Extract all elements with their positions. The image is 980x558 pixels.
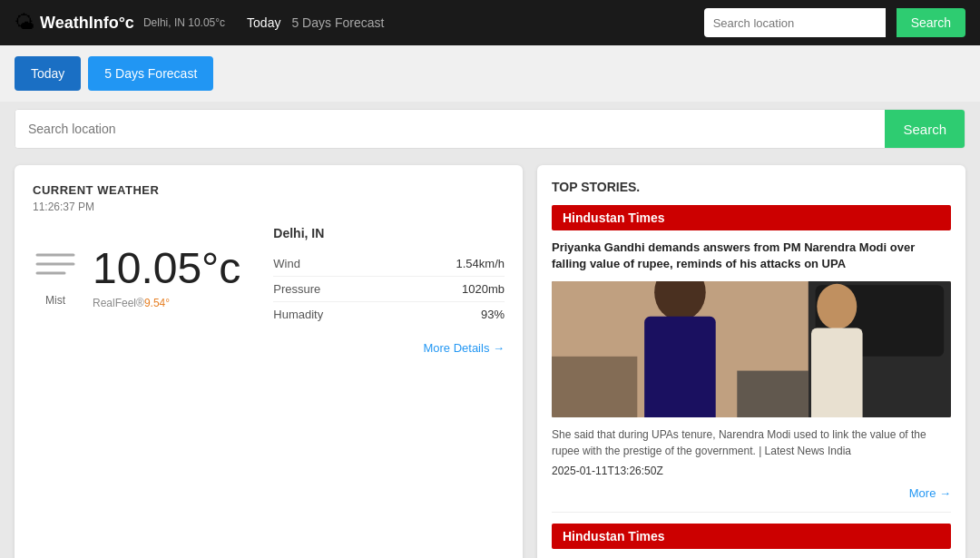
tab-today[interactable]: Today bbox=[15, 56, 81, 91]
main-content: CURRENT WEATHER 11:26:37 PM Mist 10.05°c… bbox=[0, 156, 980, 558]
search-bar-button[interactable]: Search bbox=[885, 110, 965, 148]
story-1-more: More → bbox=[552, 485, 951, 501]
story-image-placeholder bbox=[552, 281, 951, 417]
tab-forecast[interactable]: 5 Days Forecast bbox=[88, 56, 213, 91]
story-1-date: 2025-01-11T13:26:50Z bbox=[552, 465, 951, 477]
svg-point-9 bbox=[817, 284, 857, 329]
story-1-source: Hindustan Times bbox=[552, 205, 951, 230]
svg-rect-8 bbox=[644, 317, 716, 417]
brand: 🌤 WeathInfo°c Delhi, IN 10.05°c bbox=[15, 11, 225, 34]
svg-rect-11 bbox=[552, 357, 637, 417]
humidity-label: Humadity bbox=[273, 308, 323, 321]
story-1-image bbox=[552, 281, 951, 417]
weather-realfeel: RealFeel®9.54° bbox=[93, 297, 240, 309]
svg-rect-12 bbox=[737, 371, 808, 417]
weather-icon-area: Mist bbox=[33, 246, 78, 308]
nav-search-button[interactable]: Search bbox=[897, 8, 965, 37]
nav-location: Delhi, IN 10.05°c bbox=[143, 16, 225, 29]
more-details-area: More Details → bbox=[33, 339, 505, 356]
svg-rect-10 bbox=[811, 328, 863, 418]
nav-today-label: Today bbox=[247, 15, 280, 30]
detail-wind: Wind 1.54km/h bbox=[273, 251, 505, 277]
pressure-value: 1020mb bbox=[462, 282, 505, 296]
humidity-value: 93% bbox=[481, 308, 505, 321]
weather-label: CURRENT WEATHER bbox=[33, 183, 505, 197]
wind-label: Wind bbox=[273, 257, 300, 270]
more-details-link[interactable]: More Details → bbox=[423, 341, 505, 355]
nav-forecast-label: 5 Days Forecast bbox=[291, 15, 384, 30]
story-1-more-link[interactable]: More → bbox=[909, 486, 951, 500]
detail-pressure: Pressure 1020mb bbox=[273, 277, 505, 302]
weather-temp: 10.05°c bbox=[93, 243, 240, 293]
weather-time: 11:26:37 PM bbox=[33, 201, 505, 213]
nav-search-input[interactable] bbox=[704, 8, 886, 37]
brand-icon: 🌤 bbox=[15, 11, 34, 34]
mist-icon bbox=[33, 246, 78, 289]
navbar: 🌤 WeathInfo°c Delhi, IN 10.05°c Today 5 … bbox=[0, 0, 980, 45]
realfeel-value: 9.54° bbox=[144, 297, 170, 309]
realfeel-label: RealFeel® bbox=[93, 297, 144, 309]
detail-humidity: Humadity 93% bbox=[273, 302, 505, 327]
weather-card: CURRENT WEATHER 11:26:37 PM Mist 10.05°c… bbox=[15, 165, 523, 558]
top-stories: TOP STORIES. Hindustan Times Priyanka Ga… bbox=[537, 165, 965, 558]
brand-name: WeathInfo°c bbox=[40, 14, 134, 33]
tab-bar: Today 5 Days Forecast bbox=[0, 45, 980, 102]
wind-value: 1.54km/h bbox=[456, 257, 505, 270]
weather-condition: Mist bbox=[45, 294, 65, 307]
story-1-description: She said that during UPAs tenure, Narend… bbox=[552, 426, 951, 459]
story-1-headline: Priyanka Gandhi demands answers from PM … bbox=[552, 240, 951, 272]
weather-details: Delhi, IN Wind 1.54km/h Pressure 1020mb … bbox=[255, 226, 505, 327]
search-bar: Search bbox=[15, 109, 965, 149]
weather-city: Delhi, IN bbox=[273, 226, 505, 240]
top-stories-title: TOP STORIES. bbox=[552, 180, 951, 194]
pressure-label: Pressure bbox=[273, 282, 320, 296]
search-bar-input[interactable] bbox=[15, 110, 885, 148]
story-2-source: Hindustan Times bbox=[552, 524, 951, 549]
story-divider bbox=[552, 512, 951, 513]
